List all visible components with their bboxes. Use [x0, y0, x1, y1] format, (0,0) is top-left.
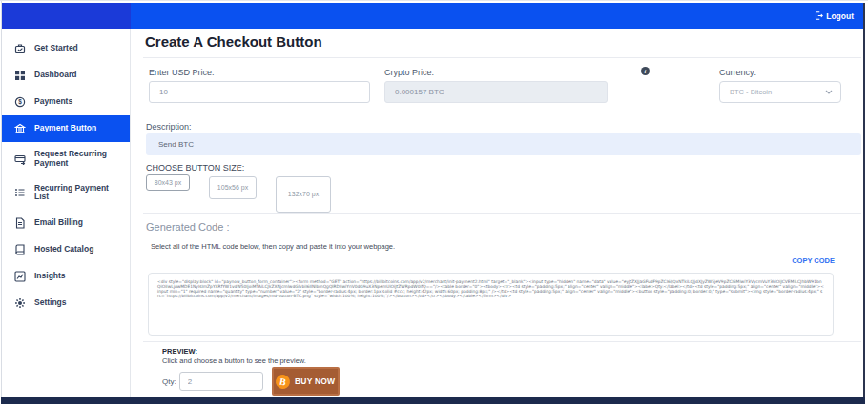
main-content: Create A Checkout Button Enter USD Price…: [143, 31, 863, 397]
copy-code-link[interactable]: COPY CODE: [792, 256, 835, 265]
list-icon: [14, 187, 26, 198]
window-frame-right: [863, 3, 865, 398]
size-option-medium[interactable]: 105x56 px: [209, 176, 257, 199]
logout-label: Logout: [826, 11, 854, 21]
dollar-circle-icon: $: [14, 96, 26, 108]
description-value-box: Send BTC: [146, 133, 861, 155]
generated-code-title: Generated Code :: [146, 221, 229, 233]
crypto-price-label: Crypto Price:: [384, 68, 434, 77]
dashboard-grid-icon: [14, 70, 26, 81]
sidebar: Get Started Dashboard $ Payments Payment…: [2, 29, 131, 397]
preview-title: PREVIEW:: [162, 347, 197, 356]
logout-button[interactable]: Logout: [815, 3, 854, 29]
window-frame-top: [0, 0, 868, 1]
sidebar-item-label: Email Billing: [34, 218, 83, 228]
sidebar-item-label: Settings: [34, 298, 67, 308]
sidebar-item-settings[interactable]: Settings: [2, 290, 130, 316]
sidebar-item-label: Get Started: [34, 44, 78, 53]
top-header: Logout: [2, 3, 863, 29]
card-arrow-icon: [14, 153, 26, 165]
sidebar-item-get-started[interactable]: Get Started: [2, 35, 130, 62]
divider: [143, 57, 861, 58]
gear-icon: [14, 297, 26, 309]
bitcoin-icon: B: [275, 373, 292, 390]
sidebar-item-label: Dashboard: [34, 71, 76, 80]
description-value: Send BTC: [158, 140, 194, 149]
generated-code-instruction: Select all of the HTML code below, then …: [151, 242, 395, 251]
logout-icon: [815, 11, 823, 20]
sidebar-item-label: Payments: [34, 97, 72, 107]
currency-label: Currency:: [719, 68, 756, 77]
sidebar-item-insights[interactable]: Insights: [2, 263, 130, 290]
preview-widget: Qty: B BUY NOW: [162, 367, 340, 396]
currency-select[interactable]: BTC - Bitcoin: [719, 81, 841, 103]
sidebar-item-recurring-payment-list[interactable]: Recurring Payment List: [2, 176, 130, 211]
footer-bar: [1, 397, 865, 404]
usd-price-label: Enter USD Price:: [149, 68, 215, 77]
page-title: Create A Checkout Button: [145, 33, 322, 50]
book-icon: [14, 244, 26, 255]
document-icon: [14, 217, 26, 229]
button-size-label: CHOOSE BUTTON SIZE:: [146, 163, 244, 173]
buy-now-label: BUY NOW: [295, 376, 335, 386]
generated-code-box[interactable]: <div style="display:block" id="paynow_bu…: [148, 273, 834, 336]
crypto-price-input[interactable]: [384, 81, 608, 103]
brand-logo-area: [2, 3, 131, 29]
sidebar-item-label: Hosted Catalog: [34, 245, 93, 254]
sidebar-item-label: Request Recurring Payment: [34, 150, 124, 169]
sidebar-item-hosted-catalog[interactable]: Hosted Catalog: [2, 236, 130, 263]
size-option-small[interactable]: 80x43 px: [146, 174, 190, 191]
size-option-large[interactable]: 132x70 px: [276, 176, 331, 213]
preview-instruction: Click and choose a button to see the pre…: [162, 356, 306, 365]
briefcase-check-icon: [14, 43, 26, 54]
info-icon[interactable]: i: [641, 67, 650, 75]
description-label: Description:: [146, 122, 192, 132]
sidebar-item-label: Insights: [34, 272, 66, 281]
divider: [143, 213, 861, 214]
svg-text:$: $: [18, 98, 22, 106]
sidebar-item-payments[interactable]: $ Payments: [2, 89, 130, 115]
currency-selected-value: BTC - Bitcoin: [730, 88, 772, 96]
usd-price-input[interactable]: [149, 81, 370, 103]
divider: [143, 341, 861, 342]
buy-now-button[interactable]: B BUY NOW: [272, 367, 340, 396]
sidebar-item-label: Recurring Payment List: [34, 184, 124, 203]
sidebar-item-payment-button[interactable]: Payment Button: [2, 115, 130, 142]
qty-label: Qty:: [162, 377, 176, 386]
generated-code-text: <div style="display:block" id="paynow_bu…: [157, 280, 824, 298]
sidebar-item-request-recurring-payment[interactable]: Request Recurring Payment: [2, 142, 130, 176]
sidebar-item-label: Payment Button: [34, 124, 96, 133]
sidebar-item-email-billing[interactable]: Email Billing: [2, 210, 130, 236]
chart-icon: [14, 271, 26, 282]
sidebar-item-dashboard[interactable]: Dashboard: [2, 62, 130, 89]
qty-input[interactable]: [179, 372, 263, 391]
button-size-options: 80x43 px 105x56 px 132x70 px: [146, 174, 331, 213]
chevron-down-icon: [825, 88, 833, 96]
bank-icon: [14, 123, 26, 134]
